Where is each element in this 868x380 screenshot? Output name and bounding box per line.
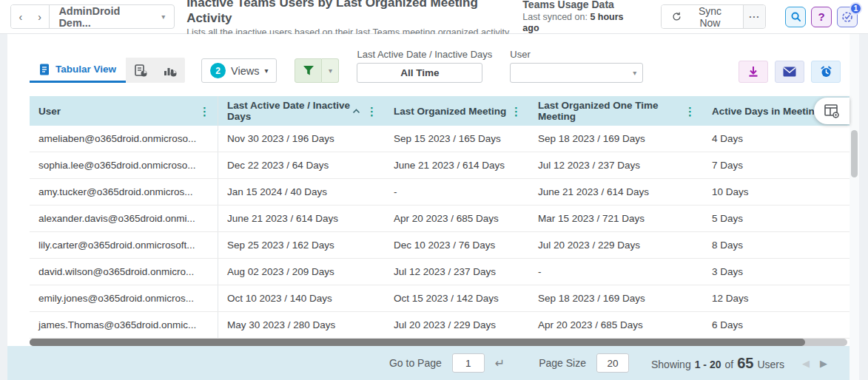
column-menu-icon[interactable]: ⋮	[366, 106, 377, 117]
table-cell-active-days-in-meeting: 10 Days	[703, 179, 850, 205]
table-cell-last-active-date: Sep 25 2023 / 162 Days	[218, 232, 385, 258]
table-header-row: User⋮Last Active Date / Inactive Days⋮La…	[30, 96, 850, 126]
last-active-date-filter-input[interactable]	[357, 63, 482, 83]
help-button[interactable]: ?	[811, 7, 832, 27]
sync-now-button[interactable]: Sync Now	[662, 5, 744, 28]
data-grid: User⋮Last Active Date / Inactive Days⋮La…	[30, 96, 850, 339]
pending-tasks-button[interactable]: 1	[837, 7, 858, 27]
chevron-left-icon: ‹	[19, 11, 23, 23]
table-cell-last-organized-meeting: Jul 12 2023 / 237 Days	[385, 259, 529, 285]
column-menu-icon[interactable]: ⋮	[684, 106, 696, 117]
download-icon	[747, 66, 759, 78]
filter-funnel-icon	[303, 65, 314, 76]
tenant-name: AdminDroid Dem...	[58, 5, 154, 29]
column-label: Last Active Date / Inactive Days	[227, 100, 352, 122]
vertical-scrollbar[interactable]	[850, 34, 859, 380]
table-cell-last-organized-meeting: June 21 2023 / 614 Days	[385, 152, 529, 178]
of-label: of	[725, 359, 734, 370]
next-page-button[interactable]: ▶	[820, 358, 827, 369]
column-menu-icon[interactable]: ⋮	[511, 106, 522, 117]
table-cell-last-active-date: Oct 10 2023 / 140 Days	[218, 285, 385, 311]
bar-chart-pie-icon	[164, 64, 177, 77]
table-cell-active-days-in-meeting: 4 Days	[703, 126, 850, 152]
export-actions	[739, 61, 841, 83]
horizontal-scrollbar[interactable]	[30, 339, 847, 346]
views-count-badge: 2	[210, 63, 226, 78]
table-row[interactable]: emily.jones@o365droid.onmicros...Oct 10 …	[30, 285, 850, 312]
table-row[interactable]: lily.carter@o365droid.onmicrosoft...Sep …	[30, 232, 850, 259]
table-row[interactable]: alexander.davis@o365droid.onmi...June 21…	[30, 206, 850, 232]
table-gear-icon	[824, 103, 840, 119]
table-cell-last-active-date: Nov 30 2023 / 196 Days	[218, 126, 385, 152]
table-cell-last-organized-meeting: Dec 10 2023 / 76 Days	[385, 232, 529, 258]
horizontal-scrollbar-thumb[interactable]	[30, 339, 805, 346]
go-to-page-input[interactable]	[452, 353, 485, 373]
email-button[interactable]	[775, 61, 804, 83]
page-title: Inactive Teams Users by Last Organized M…	[186, 0, 522, 26]
views-dropdown-button[interactable]: 2 Views ▾	[201, 58, 277, 83]
table-cell-user: james.Thomas@o365droid.onmic...	[30, 312, 218, 338]
title-block: Inactive Teams Users by Last Organized M…	[186, 0, 522, 38]
triangle-left-icon: ◀	[802, 358, 810, 369]
download-button[interactable]	[739, 61, 768, 83]
showing-range: 1 - 20	[695, 359, 721, 370]
column-header-user[interactable]: User⋮	[30, 96, 218, 126]
table-cell-user: lily.carter@o365droid.onmicrosoft...	[30, 232, 218, 258]
tab-report-view[interactable]	[126, 58, 155, 83]
forward-button[interactable]: ›	[30, 5, 50, 28]
page-size-input[interactable]	[596, 353, 629, 373]
sort-ascending-icon	[352, 109, 360, 114]
table-cell-last-active-date: June 21 2023 / 614 Days	[218, 206, 385, 231]
global-search-button[interactable]	[785, 7, 806, 27]
user-filter-dropdown[interactable]: ▾	[510, 63, 643, 83]
document-pie-icon	[135, 64, 147, 77]
sync-info: Teams Usage Data Last synced on: 5 hours…	[522, 0, 641, 35]
table-row[interactable]: amy.tucker@o365droid.onmicros...Jan 15 2…	[30, 179, 850, 206]
column-label: Last Organized One Time Meeting	[538, 100, 684, 122]
table-cell-user: sophia.lee@o365droid.onmicroso...	[30, 152, 218, 178]
table-cell-last-organized-meeting: -	[385, 179, 529, 205]
table-row[interactable]: ameliaben@o365droid.onmicroso...Nov 30 2…	[30, 126, 850, 152]
table-cell-last-organized-one-time-meeting: Sep 18 2023 / 169 Days	[529, 126, 703, 152]
column-menu-icon[interactable]: ⋮	[199, 106, 210, 117]
document-icon	[39, 64, 50, 75]
filter-field-user: User ▾	[510, 49, 643, 83]
table-row[interactable]: sophia.lee@o365droid.onmicroso...Dec 22 …	[30, 152, 850, 179]
unit-label: Users	[757, 359, 784, 370]
table-cell-last-organized-meeting: Jul 20 2023 / 229 Days	[385, 312, 529, 338]
filter-dropdown-button[interactable]: ▾	[322, 58, 339, 83]
tab-tabular-view-label: Tabular View	[55, 64, 116, 75]
chevron-down-icon: ▾	[161, 13, 165, 21]
filter-field-last-active: Last Active Date / Inactive Days	[357, 49, 492, 83]
filter-split-button: ▾	[295, 58, 339, 83]
previous-page-button[interactable]: ◀	[802, 358, 810, 369]
column-header-last-organized-one-time-meeting[interactable]: Last Organized One Time Meeting⋮	[529, 96, 703, 126]
table-cell-last-organized-one-time-meeting: -	[529, 259, 703, 285]
table-row[interactable]: david.wilson@o365droid.onmicro...Aug 02 …	[30, 259, 850, 285]
report-nav-group: ‹ › AdminDroid Dem... ▾	[10, 4, 175, 29]
table-body: ameliaben@o365droid.onmicroso...Nov 30 2…	[30, 126, 850, 339]
column-label: Last Organized Meeting	[394, 106, 506, 117]
tab-tabular-view[interactable]: Tabular View	[30, 58, 126, 83]
table-row[interactable]: james.Thomas@o365droid.onmic...May 30 20…	[30, 312, 850, 339]
table-cell-last-active-date: Dec 22 2023 / 64 Days	[218, 152, 385, 178]
filter-label: Last Active Date / Inactive Days	[357, 49, 492, 60]
column-header-last-organized-meeting[interactable]: Last Organized Meeting⋮	[385, 96, 529, 126]
return-arrow-icon[interactable]: ↵	[495, 356, 505, 370]
sync-button-group: Sync Now ···	[661, 4, 767, 29]
back-button[interactable]: ‹	[11, 5, 30, 28]
table-cell-active-days-in-meeting: 6 Days	[703, 312, 850, 338]
column-label: Active Days in Meeting (	[712, 106, 827, 117]
filter-button[interactable]	[295, 58, 322, 83]
top-header: ‹ › AdminDroid Dem... ▾ Inactive Teams U…	[0, 0, 868, 34]
column-header-last-active-date[interactable]: Last Active Date / Inactive Days⋮	[218, 96, 385, 126]
tenant-dropdown[interactable]: AdminDroid Dem... ▾	[49, 5, 174, 28]
tab-chart-view[interactable]	[155, 58, 185, 83]
chevron-down-icon: ▾	[264, 67, 268, 75]
go-to-page-label: Go to Page	[389, 357, 442, 369]
sync-now-label: Sync Now	[687, 5, 733, 29]
vertical-scrollbar-thumb[interactable]	[851, 130, 858, 177]
column-settings-button[interactable]	[814, 98, 850, 124]
schedule-alert-button[interactable]	[811, 61, 841, 83]
more-options-button[interactable]: ···	[743, 5, 765, 28]
